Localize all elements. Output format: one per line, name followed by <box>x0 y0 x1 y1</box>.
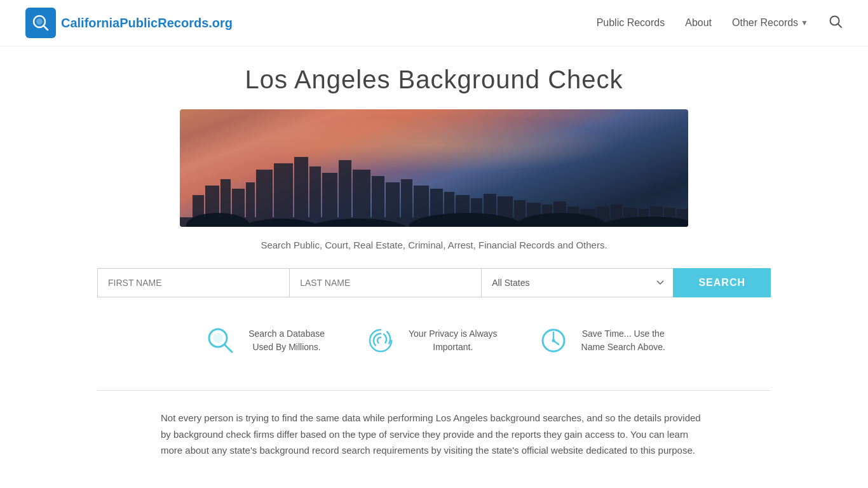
feature-time-text: Save Time... Use the Name Search Above. <box>581 327 665 354</box>
logo-text: CaliforniaPublicRecords.org <box>61 16 233 30</box>
logo-icon <box>25 8 56 38</box>
fingerprint-feature-icon <box>363 323 398 358</box>
feature-time: Save Time... Use the Name Search Above. <box>536 323 665 358</box>
svg-line-4 <box>838 24 842 27</box>
svg-rect-15 <box>339 160 351 227</box>
search-feature-icon <box>203 323 238 358</box>
features-row: Search a Database Used By Millions. Your… <box>97 323 771 358</box>
nav-about[interactable]: About <box>685 17 712 29</box>
svg-point-53 <box>552 339 555 342</box>
svg-line-48 <box>224 344 232 352</box>
svg-line-1 <box>44 26 48 30</box>
nav-other-records[interactable]: Other Records ▼ <box>732 17 808 29</box>
search-icon[interactable] <box>829 15 843 32</box>
divider <box>97 390 771 391</box>
feature-search-text: Search a Database Used By Millions. <box>248 327 325 354</box>
svg-rect-12 <box>294 157 308 227</box>
svg-point-49 <box>213 333 223 343</box>
clock-feature-icon <box>536 323 571 358</box>
feature-search: Search a Database Used By Millions. <box>203 323 325 358</box>
navbar: CaliforniaPublicRecords.org Public Recor… <box>0 0 868 46</box>
feature-privacy-text: Your Privacy is Always Important. <box>409 327 498 354</box>
page-title: Los Angeles Background Check <box>97 65 771 94</box>
main-content: Los Angeles Background Check <box>85 46 783 478</box>
first-name-input[interactable] <box>97 268 289 297</box>
dropdown-arrow-icon: ▼ <box>801 18 808 27</box>
hero-image <box>180 109 688 227</box>
last-name-input[interactable] <box>289 268 481 297</box>
logo[interactable]: CaliforniaPublicRecords.org <box>25 8 233 38</box>
nav-public-records[interactable]: Public Records <box>597 17 665 29</box>
nav-links: Public Records About Other Records ▼ <box>597 15 843 32</box>
search-form: All States Alabama Alaska Arizona Arkans… <box>97 268 771 297</box>
state-select[interactable]: All States Alabama Alaska Arizona Arkans… <box>481 268 673 297</box>
search-button[interactable]: SEARCH <box>673 268 771 297</box>
body-text: Not every person is trying to find the s… <box>161 410 707 459</box>
svg-point-2 <box>36 18 43 25</box>
feature-privacy: Your Privacy is Always Important. <box>363 323 498 358</box>
subtitle: Search Public, Court, Real Estate, Crimi… <box>97 240 771 250</box>
